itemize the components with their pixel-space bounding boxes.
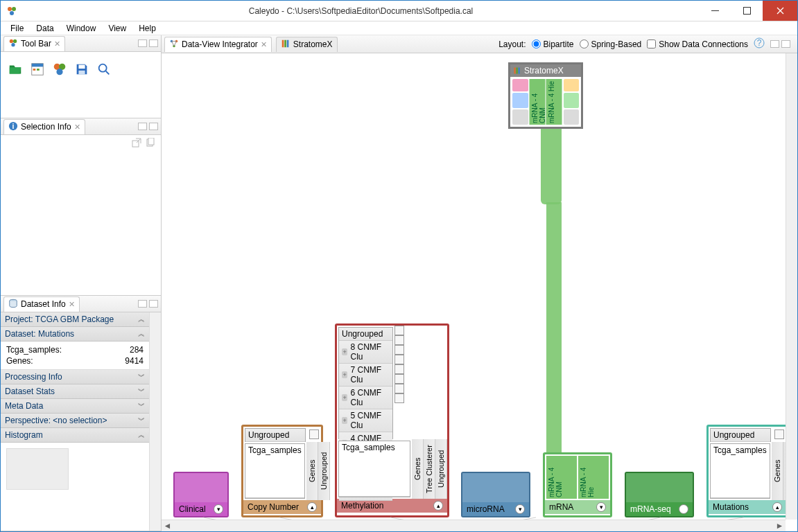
window-title: Caleydo - C:\Users\SoftpediaEditor\Docum… <box>23 6 699 16</box>
di-histogram[interactable]: Histogram︽ <box>1 428 149 443</box>
di-stats[interactable]: Dataset Stats︾ <box>1 384 149 399</box>
search-icon[interactable] <box>96 62 112 77</box>
stratomex-node[interactable]: StratomeX mRNA - 4 CNM mRNA - 4 Hie <box>508 62 583 129</box>
menu-window[interactable]: Window <box>61 22 102 35</box>
pane-controls[interactable] <box>138 123 158 130</box>
svg-rect-33 <box>517 68 518 74</box>
svg-text:i: i <box>12 121 15 130</box>
tab-toolbar[interactable]: Tool Bar ✕ <box>3 36 65 51</box>
database-icon <box>8 299 18 310</box>
dataset-info-pane: Dataset Info ✕ Project: TCGA GBM Package… <box>1 296 161 531</box>
tab-stratomex-label: StratomeX <box>293 39 333 49</box>
svg-rect-27 <box>282 39 284 47</box>
svg-point-5 <box>10 39 13 42</box>
svg-rect-9 <box>32 64 44 67</box>
menu-file[interactable]: File <box>5 22 29 35</box>
di-perspective[interactable]: Perspective: <no selection>︾ <box>1 414 149 428</box>
checkbox[interactable] <box>774 429 784 439</box>
svg-point-2 <box>10 11 14 15</box>
svg-rect-32 <box>514 68 516 74</box>
open-project-icon[interactable] <box>8 62 23 77</box>
expand-icon[interactable]: ▴ <box>772 502 782 512</box>
svg-rect-28 <box>284 39 286 47</box>
layout-label: Layout: <box>498 39 526 49</box>
save-icon[interactable] <box>74 62 89 77</box>
scrollbar-vertical[interactable] <box>149 312 161 531</box>
canvas-scrollbar-horizontal[interactable]: ◄► <box>162 520 786 531</box>
di-dataset[interactable]: Dataset: Mutations︽ <box>1 327 149 342</box>
radio-bipartite[interactable]: Bipartite <box>532 39 574 49</box>
node-clinical[interactable]: Clinical▾ <box>173 472 229 517</box>
close-tab-icon[interactable]: ✕ <box>74 123 80 132</box>
expand-icon[interactable]: ▾ <box>596 502 606 512</box>
canvas-scrollbar-vertical[interactable] <box>786 53 797 520</box>
svg-point-14 <box>56 69 62 75</box>
data-table-icon[interactable] <box>30 62 45 77</box>
info-icon: i <box>8 121 18 133</box>
svg-rect-10 <box>33 69 36 71</box>
svg-text:?: ? <box>757 38 762 48</box>
tab-selection-label: Selection Info <box>21 122 71 132</box>
menubar: File Data Window View Help <box>1 21 797 35</box>
help-icon[interactable]: ? <box>754 37 765 51</box>
di-processing[interactable]: Processing Info︾ <box>1 370 149 384</box>
tab-stratomex[interactable]: StratomeX <box>276 37 338 52</box>
stratomex-icon <box>281 39 290 51</box>
tab-dvi-label: Data-View Integrator <box>182 39 258 49</box>
checkbox[interactable] <box>309 429 319 439</box>
svg-rect-11 <box>37 69 40 71</box>
close-tab-icon[interactable]: ✕ <box>69 300 75 309</box>
expand-icon[interactable]: ▴ <box>433 501 443 511</box>
close-tab-icon[interactable]: ✕ <box>54 39 60 48</box>
pane-controls[interactable] <box>138 39 158 47</box>
node-microrna[interactable]: microRNA▾ <box>461 472 530 517</box>
menu-data[interactable]: Data <box>31 22 59 35</box>
app-icon <box>6 6 17 17</box>
selection-info-pane: i Selection Info ✕ <box>1 118 161 296</box>
copy-icon[interactable] <box>146 138 155 148</box>
svg-rect-22 <box>148 138 154 145</box>
pane-controls[interactable] <box>770 40 790 48</box>
svg-rect-34 <box>519 68 520 74</box>
svg-point-0 <box>8 7 12 11</box>
node-mrna[interactable]: mRNA - 4 CNM mRNA - 4 Hie mRNA▾ <box>543 452 612 517</box>
svg-point-17 <box>99 64 107 72</box>
svg-point-7 <box>11 43 15 46</box>
expand-icon[interactable]: ▾ <box>515 504 525 514</box>
toolbar-pane: Tool Bar ✕ <box>1 35 161 118</box>
svg-point-1 <box>12 7 16 11</box>
close-tab-icon[interactable]: ✕ <box>261 40 267 49</box>
svg-rect-16 <box>78 71 85 75</box>
graph-icon <box>169 39 179 51</box>
histogram-area <box>1 443 149 495</box>
node-mutations[interactable]: Ungrouped Tcga_samples Genes Ungrouped M… <box>706 425 788 517</box>
tab-toolbar-label: Tool Bar <box>21 39 51 48</box>
close-button[interactable] <box>763 1 797 21</box>
canvas[interactable]: StratomeX mRNA - 4 CNM mRNA - 4 Hie Clin… <box>162 53 786 520</box>
color-data-icon[interactable] <box>52 62 67 77</box>
tab-dataset-info[interactable]: Dataset Info ✕ <box>3 296 80 312</box>
node-mrnaseq[interactable]: mRNA-seq▾ <box>625 472 694 517</box>
tab-selection-info[interactable]: i Selection Info ✕ <box>3 119 85 134</box>
tab-dvi[interactable]: Data-View Integrator ✕ <box>164 37 272 52</box>
di-meta[interactable]: Meta Data︾ <box>1 399 149 414</box>
expand-icon[interactable]: ▾ <box>214 504 223 514</box>
radio-spring[interactable]: Spring-Based <box>580 39 642 49</box>
di-project[interactable]: Project: TCGA GBM Package︽ <box>1 312 149 327</box>
expand-icon[interactable]: ▾ <box>679 504 688 514</box>
svg-rect-3 <box>711 10 719 11</box>
node-methylation[interactable]: Ungrouped +8 CNMF Clu +7 CNMF Clu +6 CNM… <box>335 323 449 517</box>
expand-icon[interactable]: ▴ <box>307 502 317 512</box>
menu-help[interactable]: Help <box>133 22 162 35</box>
node-copynumber[interactable]: Ungrouped Tcga_samples Genes Ungrouped C… <box>241 425 323 517</box>
popout-icon[interactable] <box>132 138 141 148</box>
check-show-connections[interactable]: Show Data Connections <box>647 39 748 49</box>
svg-point-6 <box>13 39 17 42</box>
titlebar: Caleydo - C:\Users\SoftpediaEditor\Docum… <box>1 1 797 21</box>
pane-controls[interactable] <box>138 300 158 308</box>
menu-view[interactable]: View <box>103 22 132 35</box>
minimize-button[interactable] <box>699 1 731 21</box>
svg-rect-15 <box>78 65 85 69</box>
svg-rect-4 <box>743 8 750 15</box>
maximize-button[interactable] <box>731 1 763 21</box>
